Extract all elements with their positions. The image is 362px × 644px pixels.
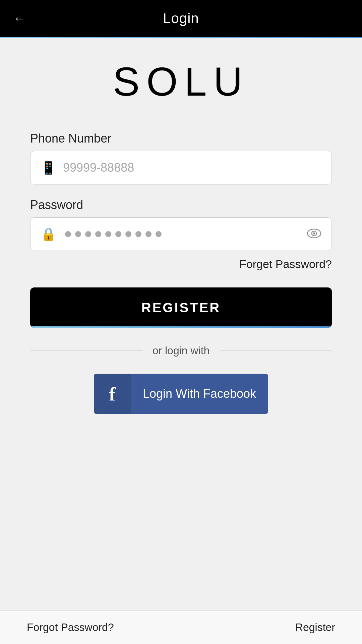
dot-9	[145, 231, 152, 237]
phone-input[interactable]	[63, 161, 321, 175]
facebook-icon: f	[109, 383, 115, 405]
forgot-password-link[interactable]: Forget Password?	[30, 258, 332, 271]
facebook-icon-wrapper: f	[94, 374, 131, 414]
facebook-login-button[interactable]: f Login With Facebook	[94, 374, 268, 414]
svg-point-2	[313, 232, 315, 234]
header-title: Login	[163, 10, 199, 26]
phone-input-wrapper: 📱	[30, 151, 332, 184]
password-input-wrapper: 🔒	[30, 217, 332, 251]
dot-5	[105, 231, 111, 237]
dot-10	[156, 231, 162, 237]
register-button[interactable]: REGISTER	[30, 287, 332, 328]
phone-icon: 📱	[41, 160, 56, 175]
header: ← Login	[0, 0, 362, 37]
dot-6	[115, 231, 121, 237]
main-content: SOLU Phone Number 📱 Password 🔒	[0, 38, 362, 610]
bottom-register[interactable]: Register	[295, 621, 335, 634]
back-button[interactable]: ←	[13, 11, 25, 25]
phone-label: Phone Number	[30, 131, 332, 146]
or-divider: or login with	[30, 344, 332, 357]
login-form: Phone Number 📱 Password 🔒	[30, 131, 332, 414]
password-label: Password	[30, 198, 332, 212]
facebook-btn-container: f Login With Facebook	[30, 374, 332, 414]
bottom-nav: Forgot Password? Register	[0, 610, 362, 644]
dot-2	[75, 231, 81, 237]
dot-7	[125, 231, 131, 237]
lock-icon: 🔒	[41, 227, 56, 241]
dot-4	[95, 231, 101, 237]
app-logo: SOLU	[113, 59, 249, 104]
dot-1	[65, 231, 71, 237]
divider-line-right	[220, 351, 332, 351]
logo-container: SOLU	[113, 58, 249, 105]
dot-8	[135, 231, 141, 237]
or-text: or login with	[153, 344, 210, 357]
toggle-password-icon[interactable]	[307, 227, 321, 241]
divider-line-left	[30, 351, 142, 351]
dot-3	[85, 231, 91, 237]
bottom-forgot-password[interactable]: Forgot Password?	[27, 621, 114, 634]
password-dots	[63, 231, 307, 237]
facebook-button-label: Login With Facebook	[131, 387, 268, 401]
